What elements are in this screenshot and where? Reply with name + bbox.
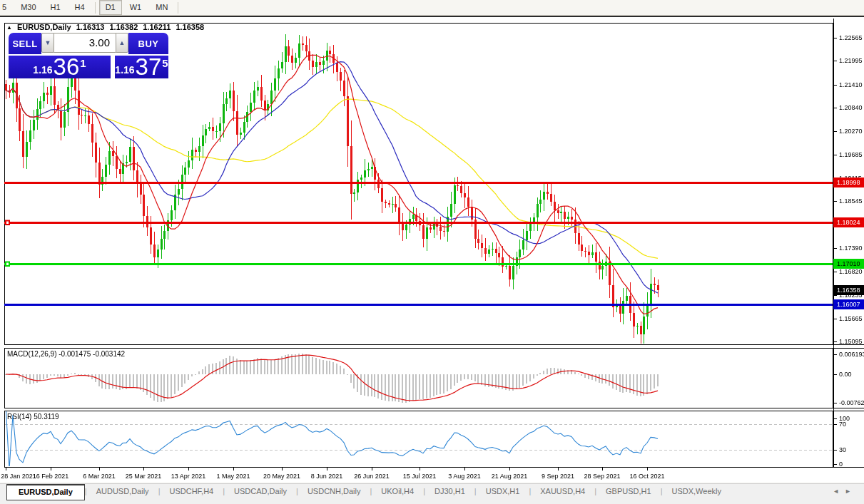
- ohlc-high: 1.16382: [109, 23, 138, 31]
- timeframe-button-m30[interactable]: M30: [14, 0, 42, 15]
- chart-tab-xauusd-h4[interactable]: XAUUSD,H4: [531, 484, 594, 498]
- date-tick-label: 28 Jan 2021: [1, 473, 36, 480]
- buy-button[interactable]: BUY: [128, 33, 168, 54]
- sell-price-point: 1: [80, 57, 86, 69]
- date-tick-label: 9 Sep 2021: [542, 473, 574, 480]
- volume-decrease-button[interactable]: ▼: [41, 33, 54, 53]
- symbol-tab-bar: EURUSD,Daily|AUDUSD,Daily|USDCHF,H4|USDC…: [0, 483, 864, 504]
- chart-tab-usdx-h1[interactable]: USDX,H1: [477, 484, 529, 498]
- date-tick-label: 25 Mar 2021: [126, 473, 162, 480]
- volume-input[interactable]: 3.00: [54, 33, 116, 53]
- buy-price-point: 5: [162, 57, 168, 69]
- macd-indicator-label: MACD(12,26,9) -0.001475 -0.003142: [7, 350, 125, 358]
- timeframe-button-d1[interactable]: D1: [99, 0, 122, 15]
- date-tick-label: 16 Feb 2021: [33, 473, 69, 480]
- chevron-down-icon: ▼: [45, 39, 51, 46]
- sell-price-panel[interactable]: 1.16 36 1: [9, 54, 111, 78]
- timeframe-toolbar: 5M30H1H4D1W1MN: [0, 0, 864, 16]
- chart-tab-audusd-daily[interactable]: AUDUSD,Daily: [87, 484, 158, 498]
- ohlc-open: 1.16313: [76, 23, 105, 31]
- ohlc-close: 1.16358: [176, 23, 204, 31]
- timeframe-button-h4[interactable]: H4: [68, 0, 91, 15]
- date-tick-label: 13 Apr 2021: [171, 473, 206, 480]
- chart-header: ▲ EURUSD,Daily 1.16313 1.16382 1.16211 1…: [6, 23, 204, 31]
- tab-scroll-arrows[interactable]: ◄►: [833, 484, 864, 495]
- chevron-up-icon: ▲: [119, 39, 126, 46]
- timeframe-button-h1[interactable]: H1: [44, 0, 67, 15]
- date-tick-label: 28 Sep 2021: [584, 473, 620, 480]
- date-tick-label: 1 May 2021: [216, 473, 250, 480]
- toolbar-separator: [178, 2, 178, 14]
- buy-price-pips: 37: [136, 56, 162, 78]
- chart-tab-usdcnh-daily[interactable]: USDCNH,Daily: [298, 484, 370, 498]
- buy-price-prefix: 1.16: [115, 64, 134, 76]
- collapse-quote-icon[interactable]: ▲: [6, 24, 12, 31]
- one-click-trading-widget: SELL ▼ 3.00 ▲ BUY 1.16 36 1 1.16 37 5: [9, 33, 168, 78]
- chart-tab-usdchf-h4[interactable]: USDCHF,H4: [160, 484, 223, 498]
- date-tick-label: 15 Jul 2021: [403, 473, 437, 480]
- chart-tab-eurusd-daily[interactable]: EURUSD,Daily: [6, 484, 85, 500]
- chart-tab-gbpusd-h1[interactable]: GBPUSD,H1: [596, 484, 661, 498]
- date-tick-label: 6 Mar 2021: [83, 473, 116, 480]
- chart-symbol-title: EURUSD,Daily: [17, 23, 71, 31]
- chart-window: ▲ EURUSD,Daily 1.16313 1.16382 1.16211 1…: [0, 16, 864, 483]
- sell-button[interactable]: SELL: [9, 33, 41, 54]
- date-tick-label: 21 Aug 2021: [492, 473, 528, 480]
- chart-tab-dj30-h1[interactable]: DJ30,H1: [425, 484, 474, 498]
- date-tick-label: 20 May 2021: [263, 473, 300, 480]
- mt4-terminal: { "toolbar": { "items": [ {"label": "5",…: [0, 0, 864, 504]
- sell-price-prefix: 1.16: [33, 64, 52, 76]
- date-tick-label: 8 Jun 2021: [311, 473, 343, 480]
- chart-tab-usdx-weekly[interactable]: USDX,Weekly: [663, 484, 731, 498]
- buy-price-panel[interactable]: 1.16 37 5: [115, 54, 168, 78]
- ohlc-low: 1.16211: [143, 23, 171, 31]
- chart-tab-ukoil-h4[interactable]: UKOil,H4: [372, 484, 423, 498]
- chart-tab-usdcad-daily[interactable]: USDCAD,Daily: [225, 484, 296, 498]
- timeframe-button-5[interactable]: 5: [0, 0, 13, 15]
- timeframe-button-w1[interactable]: W1: [123, 0, 148, 15]
- toolbar-separator: [95, 2, 96, 14]
- date-tick-label: 26 Jun 2021: [354, 473, 390, 480]
- volume-increase-button[interactable]: ▲: [116, 33, 128, 53]
- date-tick-label: 3 Aug 2021: [448, 473, 481, 480]
- date-tick-label: 16 Oct 2021: [629, 473, 664, 480]
- price-chart-canvas[interactable]: [0, 17, 864, 484]
- timeframe-button-mn[interactable]: MN: [149, 0, 174, 15]
- sell-price-pips: 36: [54, 56, 80, 78]
- rsi-indicator-label: RSI(14) 50.3119: [7, 413, 59, 421]
